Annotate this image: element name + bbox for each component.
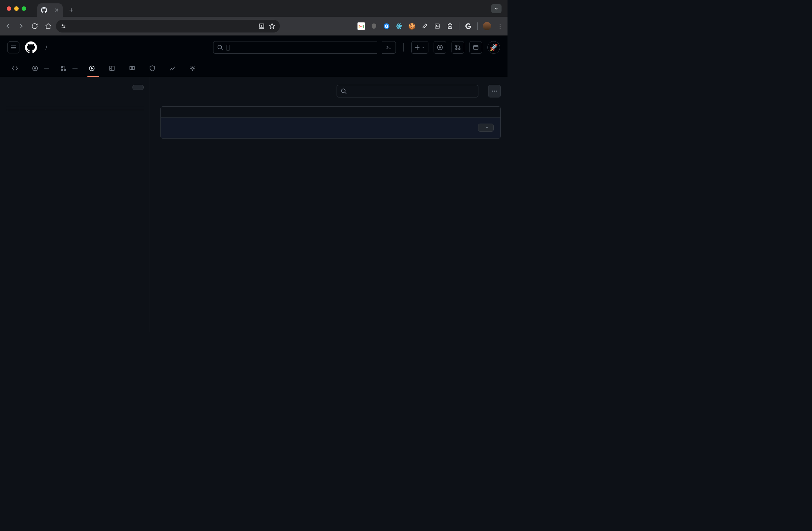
svg-point-16 [439, 47, 441, 48]
maximize-window-button[interactable] [22, 6, 26, 11]
caret-down-icon [421, 46, 425, 49]
svg-rect-7 [386, 25, 387, 27]
bookmark-icon[interactable] [269, 23, 275, 30]
all-workflows-link[interactable] [6, 96, 144, 102]
svg-point-18 [456, 48, 457, 50]
pull-requests-global-button[interactable] [452, 41, 464, 54]
tab-issues[interactable] [28, 60, 54, 77]
back-button[interactable] [4, 22, 12, 30]
workflow-main [150, 77, 508, 332]
workflow-menu-button[interactable] [488, 85, 501, 97]
ublock-extension-icon[interactable] [370, 22, 378, 30]
header-divider [403, 43, 404, 52]
minimize-window-button[interactable] [14, 6, 19, 11]
search-icon [341, 88, 347, 94]
gmail-extension-icon[interactable] [357, 22, 365, 30]
graph-icon [169, 65, 175, 71]
tabs-dropdown-button[interactable] [491, 4, 502, 13]
repo-breadcrumb: / [43, 44, 50, 51]
tab-settings[interactable] [185, 60, 203, 77]
svg-point-14 [218, 45, 222, 49]
github-favicon-icon [41, 7, 47, 13]
svg-point-23 [61, 66, 63, 68]
tab-actions[interactable] [84, 60, 102, 77]
install-app-icon[interactable] [258, 23, 265, 30]
svg-point-24 [61, 69, 63, 71]
user-avatar-button[interactable]: 🚀 [487, 41, 500, 54]
tab-wiki[interactable] [125, 60, 143, 77]
svg-rect-20 [474, 46, 478, 49]
sidebar-divider [6, 110, 144, 110]
runs-container [160, 106, 501, 139]
svg-point-31 [494, 91, 495, 92]
svg-point-29 [341, 89, 345, 93]
tab-insights[interactable] [165, 60, 183, 77]
chrome-menu-button[interactable]: ⋮ [496, 22, 504, 30]
new-workflow-button[interactable] [132, 85, 144, 90]
react-devtools-extension-icon[interactable] [396, 22, 403, 30]
toolbar-divider [477, 22, 478, 30]
issues-count-badge [44, 68, 49, 69]
svg-point-25 [64, 69, 66, 71]
caret-down-icon [485, 126, 489, 130]
issues-global-button[interactable] [434, 41, 446, 54]
1password-extension-icon[interactable] [383, 22, 390, 30]
svg-point-28 [192, 67, 194, 69]
cookie-extension-icon[interactable]: 🍪 [408, 22, 416, 30]
site-settings-icon[interactable] [60, 23, 66, 29]
browser-tab[interactable]: ✕ [37, 3, 63, 17]
nav-menu-button[interactable] [7, 41, 19, 53]
browser-toolbar: 🍪 ⋮ [0, 17, 508, 35]
create-new-button[interactable] [411, 41, 428, 54]
kebab-icon [491, 88, 497, 94]
tab-security[interactable] [145, 60, 163, 77]
gear-icon [190, 65, 196, 71]
close-window-button[interactable] [7, 6, 11, 11]
svg-point-2 [62, 25, 63, 26]
reload-button[interactable] [31, 22, 39, 30]
issue-icon [32, 65, 38, 71]
tab-projects[interactable] [104, 60, 122, 77]
address-bar[interactable] [56, 20, 280, 32]
search-icon [217, 44, 223, 50]
svg-point-19 [459, 48, 460, 50]
actions-sidebar [0, 77, 150, 332]
prs-count-badge [72, 68, 78, 69]
github-search[interactable] [213, 41, 377, 54]
tab-code[interactable] [7, 60, 25, 77]
repo-nav [0, 59, 508, 77]
extension-icons: 🍪 ⋮ [357, 22, 504, 30]
eyedropper-extension-icon[interactable] [421, 22, 428, 30]
svg-point-30 [492, 91, 493, 92]
github-logo-icon[interactable] [25, 41, 37, 54]
new-tab-button[interactable]: ＋ [68, 5, 75, 14]
pr-icon [60, 65, 66, 71]
google-account-icon[interactable] [465, 22, 472, 30]
browser-titlebar: ✕ ＋ [0, 0, 508, 17]
home-button[interactable] [44, 22, 52, 30]
project-icon [109, 65, 115, 71]
extensions-button[interactable] [446, 22, 454, 30]
runs-header [161, 107, 500, 118]
window-controls [7, 6, 26, 11]
breadcrumb-separator: / [46, 44, 47, 51]
command-palette-button[interactable] [382, 41, 396, 54]
shield-icon [149, 65, 155, 71]
svg-point-22 [34, 68, 36, 69]
code-icon [12, 65, 18, 71]
svg-point-17 [456, 45, 457, 47]
notifications-button[interactable] [469, 41, 482, 54]
rocket-icon: 🚀 [490, 43, 498, 52]
tab-pull-requests[interactable] [56, 60, 82, 77]
run-workflow-button[interactable] [478, 124, 494, 132]
github-header: / 🚀 [0, 35, 508, 59]
close-tab-icon[interactable]: ✕ [53, 7, 59, 13]
toolbar-divider [459, 22, 459, 30]
profile-avatar[interactable] [483, 22, 491, 30]
pixel-extension-icon[interactable] [434, 22, 441, 30]
search-prompt [226, 44, 230, 50]
filter-runs-input[interactable] [337, 85, 478, 97]
book-icon [129, 65, 135, 71]
sidebar-divider [6, 106, 144, 106]
forward-button[interactable] [17, 22, 25, 30]
